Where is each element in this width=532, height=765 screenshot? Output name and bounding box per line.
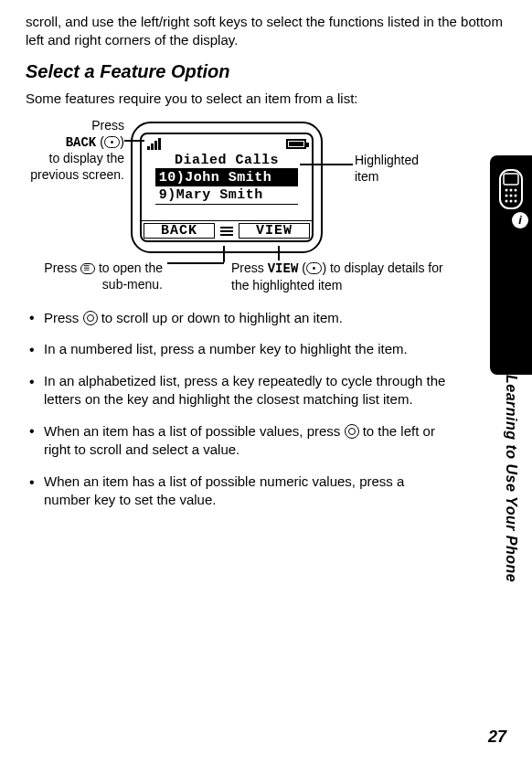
side-label: Learning to Use Your Phone (503, 375, 519, 582)
list-item: In an alphabetized list, press a key rep… (26, 372, 450, 409)
section-heading: Select a Feature Option (26, 61, 505, 82)
softkey-bar: BACK VIEW (142, 220, 312, 240)
softkey-view: VIEW (239, 223, 310, 239)
page-number: 27 (488, 728, 506, 747)
phone-diagram: Dialed Calls 10)John Smith 9)Mary Smith … (26, 116, 446, 299)
screen-content: Dialed Calls 10)John Smith 9)Mary Smith (142, 151, 312, 220)
list-item-highlighted: 10)John Smith (155, 169, 299, 186)
list-item: When an item has a list of possible valu… (26, 421, 450, 460)
info-icon: i (512, 212, 528, 228)
svg-point-5 (505, 195, 508, 197)
side-tab: i (490, 155, 532, 375)
list-item: 9)Mary Smith (155, 186, 299, 204)
list-item: Press to scroll up or down to highlight … (26, 308, 450, 327)
svg-point-6 (510, 195, 513, 197)
right-softkey-icon (306, 262, 323, 274)
list-item: In a numbered list, press a number key t… (26, 340, 450, 358)
bullet-text: to scroll up or down to highlight an ite… (98, 310, 343, 325)
svg-point-8 (505, 200, 508, 203)
callout-view: Press VIEW () to display details for the… (231, 260, 451, 293)
bullet-list: Press to scroll up or down to highlight … (26, 308, 505, 509)
callout-view-press: Press (231, 260, 264, 275)
callout-highlighted: Highlighted item (355, 153, 446, 185)
bullet-text: When an item has a list of possible valu… (44, 423, 345, 439)
callout-back-rest: to display the previous screen. (30, 151, 124, 182)
callout-back-press: Press (91, 118, 124, 133)
softkey-back: BACK (144, 223, 215, 239)
nav-key-icon (83, 311, 98, 325)
intro-paragraph: scroll, and use the left/right soft keys… (26, 13, 505, 50)
softkey-menu-icon (217, 221, 237, 240)
left-softkey-icon (104, 136, 121, 148)
svg-point-3 (510, 189, 513, 192)
phone-icon (495, 168, 527, 210)
callout-view-label: VIEW (268, 261, 299, 276)
callout-submenu-press: Press (44, 260, 77, 275)
screen-title: Dialed Calls (175, 153, 279, 168)
svg-point-7 (515, 195, 517, 197)
bullet-text: Press (44, 310, 83, 325)
svg-point-9 (510, 200, 513, 203)
callout-submenu-rest: to open the sub-menu. (99, 260, 163, 292)
callout-back-label: BACK (66, 135, 97, 150)
lead-paragraph: Some features require you to select an i… (26, 90, 505, 108)
phone-screen: Dialed Calls 10)John Smith 9)Mary Smith … (140, 133, 314, 242)
signal-icon (147, 138, 161, 150)
nav-key-icon (345, 424, 359, 439)
list-item: When an item has a list of possible nume… (26, 473, 450, 510)
callout-submenu: Press to open the sub-menu. (35, 260, 163, 292)
svg-point-2 (505, 189, 508, 192)
svg-point-10 (515, 200, 517, 203)
phone-outline: Dialed Calls 10)John Smith 9)Mary Smith … (131, 122, 323, 253)
menu-key-icon (80, 263, 95, 274)
status-bar (142, 134, 312, 151)
svg-rect-1 (504, 174, 518, 185)
callout-back: Press BACK () to display the previous sc… (22, 118, 124, 183)
svg-point-4 (515, 189, 517, 192)
battery-icon (286, 139, 306, 149)
